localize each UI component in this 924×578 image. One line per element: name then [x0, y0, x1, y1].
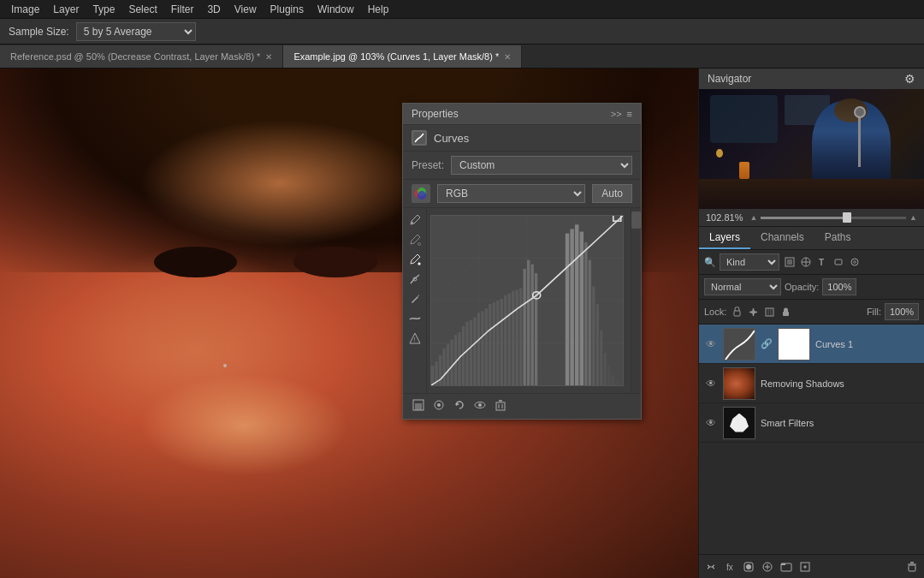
- svg-rect-36: [504, 295, 506, 385]
- lock-all-icon[interactable]: [779, 305, 792, 319]
- layer-shadows-visibility[interactable]: 👁: [704, 377, 718, 390]
- lock-label: Lock:: [704, 307, 726, 317]
- layer-shadows-name: Removing Shadows: [761, 378, 919, 389]
- add-style-icon[interactable]: fx: [723, 560, 737, 574]
- preset-row: Preset: Custom: [403, 152, 641, 180]
- svg-rect-39: [516, 290, 518, 385]
- new-adjustment-icon[interactable]: [761, 560, 774, 574]
- layers-panel: Layers Channels Paths 🔍 Kind: [699, 227, 924, 578]
- pencil-draw-tool[interactable]: [406, 290, 424, 307]
- clip-mask-icon[interactable]: [412, 398, 425, 414]
- tab-example[interactable]: Example.jpg @ 103% (Curves 1, Layer Mask…: [283, 45, 522, 68]
- auto-button[interactable]: Auto: [592, 184, 632, 203]
- delete-layer-icon[interactable]: [905, 560, 919, 574]
- new-layer-icon[interactable]: [798, 560, 812, 574]
- black-point-eyedropper[interactable]: [406, 231, 424, 248]
- channel-icon: [412, 184, 430, 203]
- new-group-icon[interactable]: [779, 560, 793, 574]
- view-previous-icon[interactable]: [432, 398, 446, 414]
- eyedropper-tool[interactable]: [406, 212, 424, 229]
- reset-icon[interactable]: [453, 398, 466, 414]
- menu-bar: Image Layer Type Select Filter 3D View P…: [0, 0, 924, 19]
- menu-layer[interactable]: Layer: [47, 2, 85, 17]
- layer-item-curves[interactable]: 👁 🔗 Curves 1: [699, 325, 924, 364]
- visibility-icon[interactable]: [473, 398, 487, 414]
- navigator-settings-icon[interactable]: ⚙: [904, 72, 915, 86]
- delete-icon[interactable]: [494, 398, 507, 414]
- curves-scrollbar[interactable]: [631, 208, 641, 393]
- layer-item-smart-filters[interactable]: 👁 Smart Filters: [699, 403, 924, 443]
- layer-curves-name: Curves 1: [815, 339, 919, 349]
- white-point-eyedropper[interactable]: [406, 251, 424, 268]
- properties-toolbar-icons: [412, 398, 507, 414]
- blend-mode-dropdown[interactable]: Normal: [704, 278, 781, 295]
- kind-search-icon: 🔍: [704, 257, 716, 268]
- tab-layers[interactable]: Layers: [699, 227, 750, 249]
- menu-3d[interactable]: 3D: [201, 2, 226, 17]
- sample-size-select[interactable]: 5 by 5 Average: [76, 22, 196, 41]
- lock-icons: [730, 305, 792, 319]
- svg-rect-22: [450, 339, 453, 385]
- menu-filter[interactable]: Filter: [165, 2, 200, 17]
- lock-fill-row: Lock:: [699, 300, 924, 325]
- layer-smart-visibility[interactable]: 👁: [704, 416, 718, 430]
- svg-rect-31: [485, 308, 488, 385]
- add-mask-icon[interactable]: [742, 560, 755, 574]
- tab-example-close[interactable]: ✕: [504, 52, 511, 62]
- filter-smart-icon[interactable]: [848, 255, 862, 269]
- preset-dropdown[interactable]: Custom: [451, 156, 632, 175]
- menu-image[interactable]: Image: [5, 2, 45, 17]
- smooth-tool[interactable]: [406, 310, 424, 327]
- layer-shadows-thumb: [723, 367, 755, 400]
- navigator-title: Navigator: [708, 73, 751, 85]
- svg-marker-64: [456, 402, 459, 406]
- layer-curves-adjustment-thumb: [723, 328, 755, 361]
- menu-view[interactable]: View: [228, 2, 263, 17]
- link-layers-icon[interactable]: [704, 560, 718, 574]
- curve-adjust-tool[interactable]: [406, 271, 424, 288]
- filter-adjustment-icon[interactable]: [799, 255, 813, 269]
- properties-expand-icon[interactable]: >>: [611, 109, 622, 119]
- fill-input[interactable]: [885, 303, 919, 320]
- menu-window[interactable]: Window: [311, 2, 360, 17]
- menu-type[interactable]: Type: [86, 2, 121, 17]
- canvas-area[interactable]: Properties >> ≡ Curves Preset:: [0, 69, 698, 578]
- tab-paths[interactable]: Paths: [814, 227, 862, 249]
- curves-label: Curves: [434, 132, 469, 145]
- svg-rect-34: [496, 301, 499, 385]
- curves-graph-container: !: [403, 208, 641, 393]
- svg-text:!: !: [413, 337, 415, 343]
- svg-rect-53: [600, 331, 602, 385]
- opacity-input[interactable]: [822, 278, 856, 295]
- svg-rect-37: [508, 294, 511, 385]
- channel-dropdown[interactable]: RGB: [437, 184, 585, 203]
- menu-help[interactable]: Help: [362, 2, 395, 17]
- channel-row: RGB Auto: [403, 180, 641, 208]
- layer-curves-visibility[interactable]: 👁: [704, 337, 718, 351]
- svg-rect-55: [607, 366, 610, 385]
- lock-artboard-icon[interactable]: [762, 305, 776, 319]
- svg-rect-92: [909, 565, 915, 571]
- tab-reference[interactable]: Reference.psd @ 50% (Decrease Contrast, …: [0, 45, 283, 68]
- svg-point-5: [418, 243, 420, 246]
- curves-graph[interactable]: [430, 215, 624, 386]
- menu-plugins[interactable]: Plugins: [264, 2, 310, 17]
- filter-type-icon[interactable]: T: [815, 255, 829, 269]
- layer-item-removing-shadows[interactable]: 👁 Removing Shadows: [699, 364, 924, 403]
- layers-bottom-toolbar: fx: [699, 554, 924, 578]
- tab-channels[interactable]: Channels: [750, 227, 814, 249]
- properties-menu-icon[interactable]: ≡: [627, 109, 632, 119]
- lock-position-icon[interactable]: [746, 305, 760, 319]
- lock-pixels-icon[interactable]: [730, 305, 743, 319]
- properties-controls: >> ≡: [611, 109, 632, 119]
- filter-pixel-icon[interactable]: [783, 255, 797, 269]
- svg-rect-56: [612, 375, 614, 385]
- zoom-slider[interactable]: [761, 217, 906, 219]
- kind-dropdown[interactable]: Kind: [720, 253, 779, 271]
- menu-select[interactable]: Select: [122, 2, 163, 17]
- filter-shape-icon[interactable]: [832, 255, 845, 269]
- opacity-label: Opacity:: [785, 282, 819, 292]
- svg-point-77: [853, 260, 856, 264]
- tab-reference-close[interactable]: ✕: [265, 52, 272, 62]
- svg-point-6: [418, 263, 420, 265]
